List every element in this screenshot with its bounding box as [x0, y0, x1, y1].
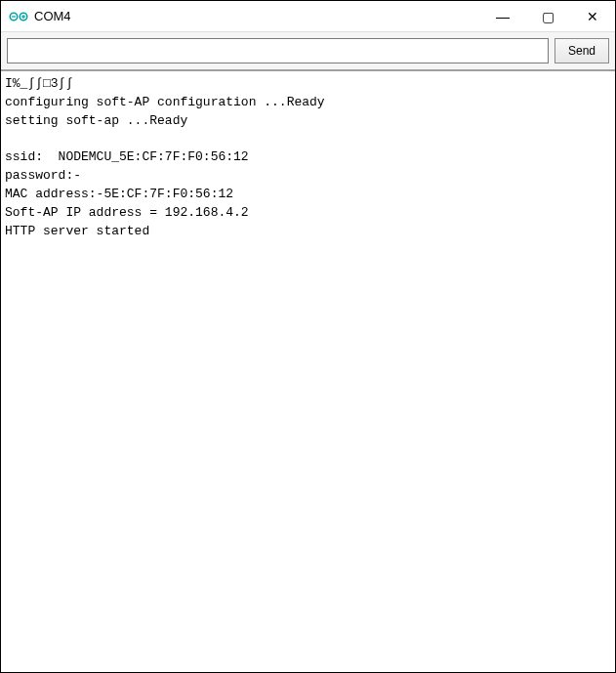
minimize-button[interactable]: —	[480, 1, 525, 31]
serial-output[interactable]: I%_∫∫□3∫∫ configuring soft-AP configurat…	[1, 71, 615, 672]
window-controls: — ▢ ✕	[480, 1, 615, 31]
serial-monitor-window: COM4 — ▢ ✕ Send I%_∫∫□3∫∫ configuring so…	[0, 0, 616, 673]
arduino-logo-icon	[9, 7, 28, 26]
maximize-button[interactable]: ▢	[525, 1, 570, 31]
close-button[interactable]: ✕	[570, 1, 615, 31]
window-title: COM4	[34, 9, 71, 23]
titlebar: COM4 — ▢ ✕	[1, 1, 615, 32]
send-button[interactable]: Send	[554, 38, 609, 63]
input-row: Send	[1, 32, 615, 71]
serial-input[interactable]	[7, 38, 549, 63]
